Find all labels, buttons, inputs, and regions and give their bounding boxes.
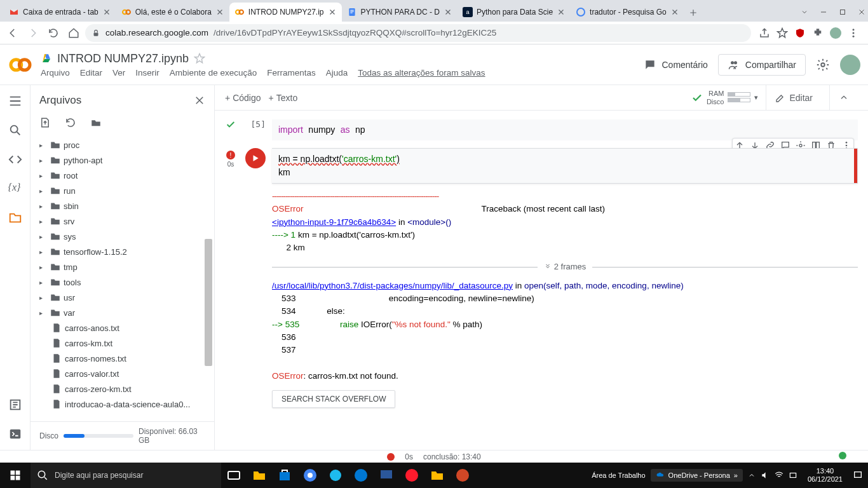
folder-row[interactable]: ▸sys bbox=[33, 229, 214, 244]
menu-arquivo[interactable]: Arquivo bbox=[41, 68, 70, 78]
menu-ver[interactable]: Ver bbox=[112, 68, 125, 78]
cell-code[interactable]: km = np.loadtxt('carros-km.txt') km bbox=[272, 149, 857, 183]
tray-chevron-icon[interactable] bbox=[748, 471, 756, 479]
gear-icon[interactable] bbox=[816, 58, 830, 72]
edit-mode-button[interactable]: Editar bbox=[766, 85, 822, 111]
file-row[interactable]: carros-km.txt bbox=[33, 336, 214, 351]
file-tree[interactable]: ▸proc▸python-apt▸root▸run▸sbin▸srv▸sys▸t… bbox=[31, 137, 214, 421]
chrome-icon[interactable] bbox=[302, 468, 318, 483]
opera-icon[interactable] bbox=[404, 468, 419, 483]
cells-container[interactable]: [5] import numpy as np bbox=[215, 111, 868, 450]
new-tab-button[interactable] bbox=[684, 4, 702, 22]
snippets-icon[interactable] bbox=[8, 398, 22, 412]
ie-icon[interactable] bbox=[328, 468, 343, 483]
star-icon[interactable] bbox=[194, 53, 205, 64]
folder-row[interactable]: ▸tools bbox=[33, 274, 214, 290]
vm-icon[interactable] bbox=[379, 468, 394, 483]
file-row[interactable]: carros-anos.txt bbox=[33, 320, 214, 336]
notebook-title[interactable]: INTROD NUMPY27.ipynb bbox=[57, 52, 189, 65]
mount-drive-icon[interactable] bbox=[90, 117, 102, 128]
maximize-icon[interactable] bbox=[839, 8, 846, 16]
store-icon[interactable] bbox=[277, 468, 292, 483]
scrollbar[interactable] bbox=[203, 137, 214, 421]
window-close-icon[interactable] bbox=[858, 8, 865, 16]
user-avatar[interactable] bbox=[840, 55, 860, 75]
minimize-icon[interactable] bbox=[820, 8, 827, 16]
folder-row[interactable]: ▸tmp bbox=[33, 259, 214, 274]
search-icon[interactable] bbox=[8, 123, 22, 137]
code-icon[interactable] bbox=[8, 152, 22, 166]
add-code-button[interactable]: +Código bbox=[225, 93, 261, 103]
back-button[interactable] bbox=[4, 24, 22, 42]
file-row[interactable]: carros-nomes.txt bbox=[33, 351, 214, 366]
menu-ajuda[interactable]: Ajuda bbox=[326, 68, 348, 78]
profile-avatar[interactable] bbox=[830, 27, 841, 39]
file-row[interactable]: introducao-a-data-science-aula0... bbox=[33, 396, 214, 412]
powerpoint-icon[interactable] bbox=[455, 468, 470, 483]
ipython-link[interactable]: <ipython-input-9-1f79c6a4b634> bbox=[272, 217, 396, 227]
save-status[interactable]: Todas as alterações foram salvas bbox=[358, 68, 485, 78]
menu-ambiente[interactable]: Ambiente de execução bbox=[170, 68, 257, 78]
home-button[interactable] bbox=[65, 24, 83, 42]
refresh-icon[interactable] bbox=[65, 117, 76, 128]
code-cell-2-active[interactable]: ! 0s km = np.loadtxt('carros-km.txt') km bbox=[225, 148, 858, 408]
clock[interactable]: 13:40 06/12/2021 bbox=[803, 467, 848, 484]
upload-icon[interactable] bbox=[39, 117, 51, 128]
task-view-icon[interactable] bbox=[226, 468, 241, 483]
browser-tab-gdocs[interactable]: PYTHON PARA DC - D bbox=[342, 3, 458, 22]
volume-icon[interactable] bbox=[761, 471, 770, 480]
variables-icon[interactable]: {x} bbox=[8, 182, 22, 196]
close-panel-icon[interactable] bbox=[194, 95, 205, 106]
close-icon[interactable] bbox=[215, 8, 224, 17]
folder-row[interactable]: ▸usr bbox=[33, 290, 214, 305]
close-icon[interactable] bbox=[102, 8, 111, 17]
forward-button[interactable] bbox=[24, 24, 42, 42]
folder-icon[interactable] bbox=[430, 468, 445, 483]
files-icon[interactable] bbox=[8, 211, 22, 225]
notifications-icon[interactable] bbox=[853, 470, 863, 480]
run-cell-button[interactable] bbox=[245, 148, 266, 168]
desktop-label[interactable]: Área de Trabalho bbox=[592, 471, 645, 479]
file-row[interactable]: carros-valor.txt bbox=[33, 366, 214, 381]
browser-tab-gmail[interactable]: Caixa de entrada - tab bbox=[4, 3, 116, 22]
collapse-toolbar-button[interactable] bbox=[829, 85, 858, 111]
browser-tab-google[interactable]: tradutor - Pesquisa Go bbox=[571, 3, 684, 22]
star-icon[interactable] bbox=[776, 27, 788, 39]
chevron-down-icon[interactable] bbox=[801, 8, 808, 16]
folder-row[interactable]: ▸sbin bbox=[33, 198, 214, 214]
toc-icon[interactable] bbox=[8, 94, 22, 108]
address-bar[interactable]: colab.research.google.com/drive/16vDTpdP… bbox=[85, 24, 751, 42]
folder-row[interactable]: ▸root bbox=[33, 168, 214, 183]
browser-tab-active[interactable]: INTROD NUMPY27.ip bbox=[229, 3, 342, 22]
add-text-button[interactable]: +Texto bbox=[269, 93, 298, 103]
close-icon[interactable] bbox=[444, 8, 452, 17]
menu-ferramentas[interactable]: Ferramentas bbox=[267, 68, 316, 78]
language-icon[interactable] bbox=[789, 471, 797, 480]
close-icon[interactable] bbox=[328, 8, 337, 17]
explorer-icon[interactable] bbox=[252, 468, 267, 483]
share-icon[interactable] bbox=[759, 27, 770, 39]
terminal-icon[interactable] bbox=[8, 427, 22, 441]
resources-indicator[interactable]: RAM Disco ▾ bbox=[691, 90, 759, 105]
folder-row[interactable]: ▸tensorflow-1.15.2 bbox=[33, 244, 214, 259]
menu-inserir[interactable]: Inserir bbox=[135, 68, 159, 78]
extensions-icon[interactable] bbox=[812, 27, 824, 39]
colab-logo-icon[interactable] bbox=[8, 52, 33, 78]
share-button[interactable]: Compartilhar bbox=[718, 54, 806, 76]
browser-tab-alura[interactable]: a Python para Data Scie bbox=[458, 3, 571, 22]
folder-row[interactable]: ▸srv bbox=[33, 214, 214, 229]
mcafee-icon[interactable] bbox=[794, 27, 806, 39]
folder-row[interactable]: ▸proc bbox=[33, 137, 214, 152]
folder-row[interactable]: ▸run bbox=[33, 183, 214, 198]
close-icon[interactable] bbox=[557, 8, 566, 17]
file-row[interactable]: carros-zero-km.txt bbox=[33, 381, 214, 396]
folder-row[interactable]: ▸python-apt bbox=[33, 152, 214, 168]
menu-icon[interactable] bbox=[848, 27, 859, 39]
edge-icon[interactable] bbox=[353, 468, 369, 483]
folder-row[interactable]: ▸var bbox=[33, 305, 214, 320]
search-stackoverflow-button[interactable]: SEARCH STACK OVERFLOW bbox=[272, 390, 395, 408]
browser-tab-colab1[interactable]: Olá, este é o Colabora bbox=[116, 3, 229, 22]
start-button[interactable] bbox=[0, 463, 31, 488]
datasource-link[interactable]: /usr/local/lib/python3.7/dist-packages/n… bbox=[272, 281, 513, 290]
taskbar-search[interactable]: Digite aqui para pesquisar bbox=[31, 463, 221, 488]
